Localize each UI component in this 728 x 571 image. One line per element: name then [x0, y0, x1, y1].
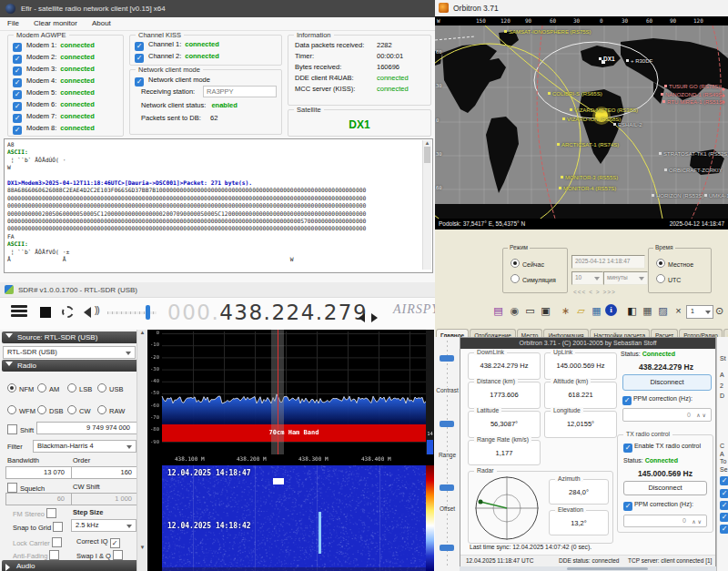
- menu-item[interactable]: Clear monitor: [26, 17, 85, 27]
- step-value-select[interactable]: 10: [571, 271, 603, 285]
- slider-handle[interactable]: [440, 421, 454, 427]
- gear-icon[interactable]: [62, 306, 74, 318]
- satellite-label[interactable]: DX1: [599, 56, 615, 62]
- toolbar-icon[interactable]: ▣: [539, 304, 552, 318]
- source-select[interactable]: RTL-SDR (USB): [3, 346, 136, 359]
- rx-ppm-spinner[interactable]: 0∧∨: [622, 408, 712, 422]
- toolbar-icon[interactable]: ▭: [523, 304, 537, 318]
- satellite-label[interactable]: VIZARD-METEO (RS38S): [570, 107, 638, 113]
- radio-now[interactable]: Сейчас: [511, 259, 544, 268]
- stop-button[interactable]: [40, 307, 51, 318]
- checkbox-checked[interactable]: ✓: [720, 513, 728, 522]
- sdr-titlebar[interactable]: SDR# v1.0.0.1700 - RTL-SDR (USB): [0, 282, 435, 298]
- order-value[interactable]: 160▴▾: [71, 466, 146, 479]
- volume-slider-thumb[interactable]: [146, 305, 150, 320]
- mode-radio[interactable]: LSB: [67, 383, 97, 393]
- radio-utc[interactable]: UTC: [656, 274, 681, 283]
- frequency-display[interactable]: 000.438.224.279: [167, 301, 368, 324]
- radio-simulation[interactable]: Симуляция: [511, 274, 556, 283]
- mode-radio[interactable]: USB: [97, 383, 127, 393]
- waterfall-display[interactable]: 12.04.2025 14:18:47 12.04.2025 14:18:42: [147, 465, 434, 571]
- satellite-label[interactable]: SAMSAT-IONOSPHERE (RS75S): [504, 29, 592, 35]
- toolbar-icon[interactable]: ▦: [641, 304, 654, 318]
- toolbar-icon[interactable]: ⊙: [713, 304, 726, 318]
- satellite-label[interactable]: RTU MIREA-1 (RS51S): [662, 99, 724, 105]
- checkbox-checked[interactable]: ✓: [720, 501, 728, 510]
- satellite-label[interactable]: MONITOR-3 (RS55S): [561, 175, 618, 180]
- packet-monitor[interactable]: A8ASCII: ¦ ``b` ÅÔÅdÚÓ( ·W DX1>Modem3>20…: [4, 138, 433, 273]
- mode-radio[interactable]: NFM: [7, 383, 37, 393]
- bandwidth-value[interactable]: 13 070▴▾: [5, 466, 78, 479]
- mode-radio[interactable]: RAW: [97, 405, 127, 415]
- toolbar-icon[interactable]: ∗: [559, 304, 572, 318]
- horizontal-scrollbar[interactable]: [460, 566, 728, 571]
- audio-section-header[interactable]: Audio: [2, 560, 138, 571]
- radio-local-time[interactable]: Местное: [656, 259, 693, 268]
- toolbar-icon[interactable]: i: [605, 304, 617, 316]
- swap-iq-checkbox[interactable]: Swap I & Q: [76, 550, 126, 560]
- anti-fading-checkbox[interactable]: Anti-Fading: [13, 550, 62, 560]
- checkbox-checked[interactable]: ✓: [135, 54, 144, 63]
- time-nav-buttons[interactable]: <<< < > >>>: [573, 289, 616, 295]
- satellite-label[interactable]: COLIBRI-S (RS65S): [548, 91, 602, 97]
- filter-select[interactable]: Blackman-Harris 4: [33, 440, 136, 453]
- satellite-label[interactable]: ORBICRAFT-ZORKIY: [664, 168, 723, 173]
- mode-radio[interactable]: CW: [67, 405, 97, 415]
- rx-disconnect-button[interactable]: Disconnect: [622, 374, 712, 391]
- checkbox-checked[interactable]: ✓: [13, 126, 22, 135]
- squelch-value[interactable]: 60▴▾: [5, 493, 78, 505]
- toolbar-icon[interactable]: ▨: [656, 304, 670, 318]
- waterfall-gradient-bar[interactable]: [426, 465, 434, 571]
- mode-radio[interactable]: DSB: [37, 405, 67, 415]
- mode-radio[interactable]: WFM: [7, 405, 37, 415]
- map-zoom-select[interactable]: 1: [686, 305, 713, 319]
- slider-handle[interactable]: [440, 355, 454, 362]
- checkbox-checked[interactable]: ✓: [720, 489, 728, 498]
- speaker-icon[interactable]: [84, 307, 91, 318]
- checkbox-checked[interactable]: ✓: [720, 525, 728, 534]
- toolbar-icon[interactable]: ×: [672, 304, 685, 318]
- snap-to-grid-checkbox[interactable]: Snap to Grid: [13, 522, 66, 532]
- shift-value[interactable]: 9 749 974 000▴▾: [36, 422, 144, 434]
- datetime-field[interactable]: 2025-04-12 14:18:47: [571, 255, 645, 269]
- world-map[interactable]: 603003060 SAMSAT-IONOSPHERE (RS75S)DX1+ …: [435, 25, 728, 219]
- panel-scrollbar[interactable]: ▲▼: [136, 330, 147, 571]
- rx-ppm-checkbox[interactable]: ✓ PPM correction (Hz):: [622, 395, 693, 405]
- frequency-step-arrows[interactable]: [359, 310, 378, 326]
- slider-handle[interactable]: [440, 545, 454, 551]
- tx-ppm-spinner[interactable]: 0∧∨: [623, 515, 707, 527]
- shift-checkbox[interactable]: Shift: [7, 424, 34, 434]
- lock-carrier-checkbox[interactable]: Lock Carrier: [13, 537, 65, 547]
- toolbar-icon[interactable]: ◧: [625, 304, 639, 318]
- satellite-label[interactable]: HORIZON (RS53S): [652, 193, 703, 199]
- tx-enable-checkbox[interactable]: ✓ Enable TX radio control: [623, 443, 701, 453]
- spectrum-display[interactable]: 0-10-20-30-40-50-60-70-80-90 70cm Ham Ba…: [147, 330, 434, 465]
- satellite-label[interactable]: VIZARD-ION (RS68S): [562, 117, 621, 122]
- checkbox-checked[interactable]: ✓: [135, 77, 144, 87]
- menu-item[interactable]: File: [0, 17, 26, 27]
- toolbar-icon[interactable]: ◉: [508, 304, 521, 318]
- toolbar-icon[interactable]: ▦: [590, 304, 603, 318]
- step-size-select[interactable]: 2.5 kHz: [71, 519, 136, 532]
- rotor-titlebar[interactable]: Orbitron 3.71 - (C) 2001-2005 by Sebasti…: [460, 338, 715, 349]
- satellite-label[interactable]: MONITOR-4 (RS57S): [559, 186, 616, 191]
- satellite-label[interactable]: + R30DF: [626, 58, 652, 64]
- receiving-station-input[interactable]: RA3PPY: [203, 86, 277, 97]
- satellite-label[interactable]: ESHAIL-2: [613, 122, 642, 127]
- efir-titlebar[interactable]: Efir - satellite radio network client [v…: [0, 0, 435, 17]
- slider-handle[interactable]: [440, 484, 454, 491]
- orbitron-titlebar[interactable]: Orbitron 3.71: [435, 0, 728, 17]
- fm-stereo-checkbox[interactable]: FM Stereo: [13, 508, 59, 518]
- radio-section-header[interactable]: Radio: [2, 360, 138, 372]
- satellite-label[interactable]: ARCTICSAT-1 (RS74S): [557, 142, 619, 148]
- menu-item[interactable]: About: [85, 17, 118, 27]
- step-unit-select[interactable]: минуты: [603, 271, 648, 285]
- cw-shift-value[interactable]: 1 000▴▾: [71, 493, 146, 505]
- tx-ppm-checkbox[interactable]: ✓ PPM correction (Hz):: [623, 501, 693, 511]
- squelch-checkbox[interactable]: Squelch: [7, 483, 45, 493]
- source-section-header[interactable]: Source: RTL-SDR (USB): [2, 331, 138, 343]
- toolbar-icon[interactable]: ▱: [574, 304, 588, 318]
- satellite-label[interactable]: UMKA-1 (RS40S): [704, 193, 728, 199]
- satellite-label[interactable]: STRATOSAT-TK1 (RS52S): [659, 151, 728, 157]
- satellite-label[interactable]: NANOZOND-1 (RS49S): [661, 92, 723, 97]
